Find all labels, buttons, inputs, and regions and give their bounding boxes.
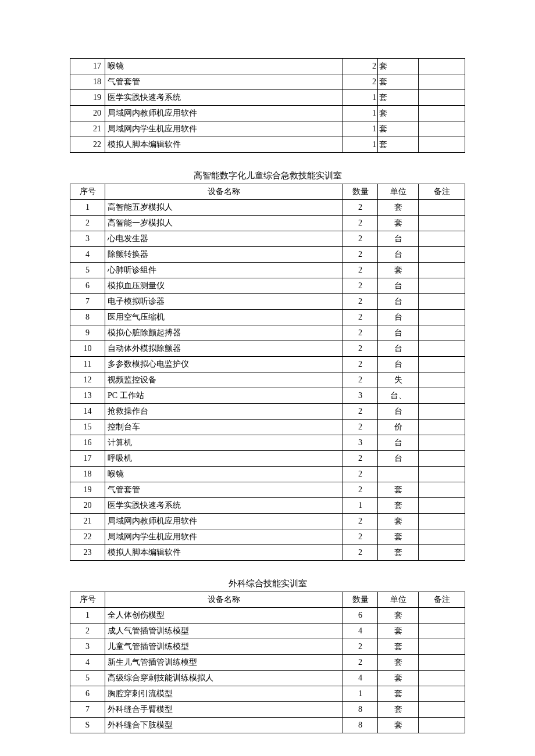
cell-qty: 1: [343, 686, 378, 702]
cell-unit: 套: [378, 482, 419, 498]
cell-seq: 7: [70, 294, 105, 310]
cell-seq: 19: [70, 90, 105, 106]
cell-seq: 11: [70, 357, 105, 372]
cell-unit: 失: [378, 372, 419, 388]
cell-name: 成人气管插管训练模型: [105, 624, 343, 639]
cell-unit: 台: [378, 231, 419, 247]
cell-unit: [378, 467, 419, 482]
cell-qty: 2: [343, 341, 378, 357]
table-row: 20局域网内教师机应用软件1套: [70, 106, 465, 121]
cell-note: [419, 686, 465, 702]
cell-unit: 套: [378, 718, 419, 733]
cell-qty: 2: [343, 529, 378, 545]
cell-qty: 1: [343, 90, 378, 106]
cell-qty: 2: [343, 357, 378, 372]
cell-seq: 12: [70, 372, 105, 388]
cell-note: [419, 121, 465, 137]
cell-seq: 23: [70, 545, 105, 561]
equipment-table-1: 17喉镜2套18气管套管2套19医学实践快速考系统1套20局域网内教师机应用软件…: [70, 58, 465, 153]
cell-note: [419, 216, 465, 231]
cell-note: [419, 357, 465, 372]
table-row: 10自动体外模拟除颤器2台: [70, 341, 465, 357]
cell-name: 新生儿气管插管训练模型: [105, 655, 343, 671]
table-row: 2高智能一岁模拟人2套: [70, 216, 465, 231]
cell-note: [419, 702, 465, 718]
cell-seq: 22: [70, 137, 105, 153]
cell-qty: 2: [343, 545, 378, 561]
cell-seq: S: [70, 718, 105, 733]
cell-note: [419, 514, 465, 529]
cell-seq: 6: [70, 686, 105, 702]
equipment-table-2: 序号 设备名称 数量 单位 备注 1高智能五岁模拟人2套2高智能一岁模拟人2套3…: [70, 184, 465, 561]
cell-unit: 台: [378, 451, 419, 467]
cell-note: [419, 263, 465, 278]
table-row: 3心电发生器2台: [70, 231, 465, 247]
cell-seq: 18: [70, 467, 105, 482]
cell-unit: 套: [378, 216, 419, 231]
cell-seq: 3: [70, 231, 105, 247]
equipment-table-3: 序号 设备名称 数量 单位 备注 1全人体创伤模型6套2成人气管插管训练模型4套…: [70, 592, 465, 733]
table-row: 17呼吸机2台: [70, 451, 465, 467]
cell-qty: 2: [343, 59, 378, 74]
table-row: 16计算机3台: [70, 435, 465, 451]
header-note: 备注: [419, 592, 465, 608]
cell-seq: 5: [70, 671, 105, 686]
table-row: 5心肺听诊组件2套: [70, 263, 465, 278]
cell-qty: 2: [343, 467, 378, 482]
table-row: 3儿童气管插管训练模型2套: [70, 639, 465, 655]
cell-qty: 1: [343, 106, 378, 121]
cell-seq: 3: [70, 639, 105, 655]
section-title-2: 高智能数字化儿童综合急救技能实训室: [70, 170, 465, 181]
cell-name: 高智能五岁模拟人: [105, 200, 343, 216]
cell-name: 外科缝合下肢模型: [105, 718, 343, 733]
cell-name: 高级综合穿刺技能训练模拟人: [105, 671, 343, 686]
cell-name: 局域网内教师机应用软件: [105, 514, 343, 529]
cell-unit: 套: [378, 702, 419, 718]
cell-qty: 1: [343, 137, 378, 153]
cell-name: 模拟人脚本编辑软件: [105, 545, 343, 561]
table-row: 19医学实践快速考系统1套: [70, 90, 465, 106]
cell-seq: 20: [70, 106, 105, 121]
cell-unit: 套: [378, 90, 419, 106]
table-row: 23模拟人脚本编辑软件2套: [70, 545, 465, 561]
table-row: 18喉镜2: [70, 467, 465, 482]
table-row: 19气管套管2套: [70, 482, 465, 498]
cell-note: [419, 231, 465, 247]
cell-note: [419, 294, 465, 310]
cell-qty: 2: [343, 247, 378, 263]
table-row: S外科缝合下肢模型8套: [70, 718, 465, 733]
table-row: 7电子模拟听诊器2台: [70, 294, 465, 310]
cell-name: 外科缝合手臂模型: [105, 702, 343, 718]
table-row: 1全人体创伤模型6套: [70, 608, 465, 624]
table-row: 1高智能五岁模拟人2套: [70, 200, 465, 216]
table-row: 8医用空气压缩机2台: [70, 310, 465, 325]
cell-note: [419, 545, 465, 561]
cell-name: 计算机: [105, 435, 343, 451]
cell-seq: 5: [70, 263, 105, 278]
cell-seq: 17: [70, 451, 105, 467]
cell-seq: 1: [70, 200, 105, 216]
table-row: 12视频监控设备2失: [70, 372, 465, 388]
table-row: 6模拟血压测量仪2台: [70, 278, 465, 294]
cell-unit: 台: [378, 341, 419, 357]
cell-note: [419, 137, 465, 153]
cell-seq: 2: [70, 216, 105, 231]
cell-unit: 台、: [378, 388, 419, 404]
cell-qty: 2: [343, 482, 378, 498]
cell-seq: 18: [70, 74, 105, 90]
cell-qty: 2: [343, 420, 378, 435]
cell-note: [419, 498, 465, 514]
cell-name: 医学实践快速考系统: [105, 90, 343, 106]
cell-note: [419, 655, 465, 671]
cell-qty: 3: [343, 435, 378, 451]
cell-unit: 套: [378, 74, 419, 90]
cell-unit: 台: [378, 435, 419, 451]
cell-name: 全人体创伤模型: [105, 608, 343, 624]
cell-seq: 8: [70, 310, 105, 325]
table: 序号 设备名称 数量 单位 备注 1高智能五岁模拟人2套2高智能一岁模拟人2套3…: [70, 184, 465, 561]
cell-seq: 21: [70, 514, 105, 529]
cell-unit: 套: [378, 200, 419, 216]
table-header-row: 序号 设备名称 数量 单位 备注: [70, 184, 465, 200]
cell-name: 气管套管: [105, 74, 343, 90]
header-name: 设备名称: [105, 592, 343, 608]
